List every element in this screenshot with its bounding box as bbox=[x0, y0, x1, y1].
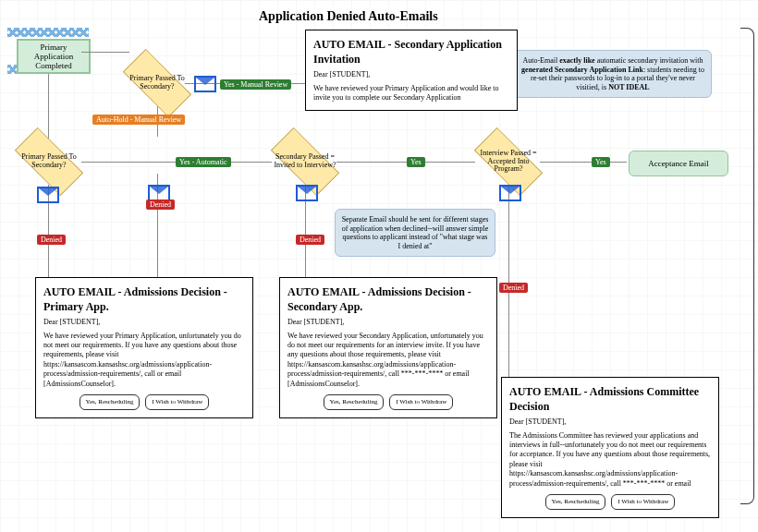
decision-primary-secondary-left: Primary Passed To Secondary? bbox=[17, 139, 81, 185]
btn-withdraw[interactable]: I Wish to Withdraw bbox=[389, 394, 453, 410]
email-secondary-decision: AUTO EMAIL - Admissions Decision - Secon… bbox=[279, 277, 497, 418]
start-node: Primary Application Completed bbox=[17, 39, 91, 74]
email-greeting: Dear [STUDENT], bbox=[313, 70, 509, 79]
note-ideal: Auto-Email exactly like automatic second… bbox=[514, 50, 712, 98]
btn-reschedule[interactable]: Yes, Rescheduling bbox=[545, 494, 606, 510]
tag-yes-1: Yes bbox=[407, 157, 425, 167]
btn-withdraw[interactable]: I Wish to Withdraw bbox=[611, 494, 675, 510]
page-title: Application Denied Auto-Emails bbox=[259, 9, 438, 24]
tag-yes-manual: Yes - Manual Review bbox=[220, 79, 291, 90]
tag-yes-2: Yes bbox=[592, 157, 610, 167]
tag-yes-auto: Yes - Automatic bbox=[176, 157, 231, 167]
note-stages: Separate Email should be sent for differ… bbox=[335, 209, 495, 257]
bracket-right bbox=[740, 28, 754, 504]
email-body: The Admissions Committee has reviewed yo… bbox=[509, 431, 711, 489]
decision-secondary-interview: Secondary Passed = Invited to Interview? bbox=[273, 139, 337, 185]
decision-interview-accepted: Interview Passed = Accepted Into Program… bbox=[476, 139, 541, 185]
tag-denied-4: Denied bbox=[499, 283, 528, 293]
btn-reschedule[interactable]: Yes, Rescheduling bbox=[79, 394, 141, 410]
email-heading: AUTO EMAIL - Secondary Application Invit… bbox=[313, 38, 509, 66]
email-body: We have reviewed your Primary Applicatio… bbox=[313, 84, 509, 103]
conn bbox=[81, 52, 129, 53]
tag-denied-2: Denied bbox=[146, 200, 175, 210]
email-greeting: Dear [STUDENT], bbox=[43, 318, 245, 327]
hatch-top bbox=[7, 28, 89, 37]
mail-icon bbox=[37, 187, 59, 203]
email-primary-decision: AUTO EMAIL - Admissions Decision - Prima… bbox=[35, 277, 253, 418]
decision-primary-secondary-top: Primary Passed To Secondary? bbox=[125, 60, 190, 106]
email-greeting: Dear [STUDENT], bbox=[509, 417, 711, 427]
mail-icon bbox=[499, 185, 521, 201]
email-greeting: Dear [STUDENT], bbox=[287, 318, 489, 327]
email-heading: AUTO EMAIL - Admissions Committee Decisi… bbox=[509, 385, 711, 414]
acceptance-node: Acceptance Email bbox=[629, 151, 728, 176]
email-body: We have reviewed your Primary Applicatio… bbox=[43, 332, 245, 389]
tag-denied-1: Denied bbox=[37, 235, 66, 245]
conn bbox=[48, 74, 49, 143]
email-heading: AUTO EMAIL - Admissions Decision - Secon… bbox=[287, 285, 489, 314]
btn-reschedule[interactable]: Yes, Rescheduling bbox=[324, 394, 385, 410]
email-body: We have reviewed your Secondary Applicat… bbox=[287, 332, 489, 389]
email-committee-decision: AUTO EMAIL - Admissions Committee Decisi… bbox=[501, 377, 719, 518]
tag-denied-3: Denied bbox=[296, 235, 324, 245]
conn bbox=[540, 162, 627, 163]
btn-withdraw[interactable]: I Wish to Withdraw bbox=[145, 394, 209, 410]
conn bbox=[336, 162, 475, 163]
conn bbox=[508, 185, 509, 377]
mail-icon bbox=[296, 185, 318, 201]
mail-icon bbox=[194, 76, 216, 92]
tag-auto-hold: Auto-Hold - Manual Review bbox=[92, 115, 185, 125]
email-heading: AUTO EMAIL - Admissions Decision - Prima… bbox=[43, 285, 245, 314]
email-secondary-invite: AUTO EMAIL - Secondary Application Invit… bbox=[305, 30, 518, 111]
